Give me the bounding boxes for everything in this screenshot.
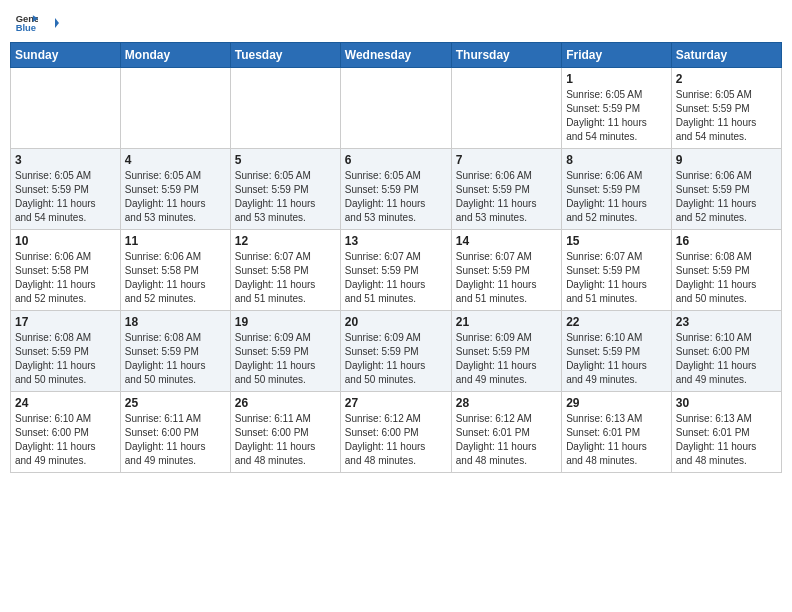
day-info: Sunrise: 6:10 AM Sunset: 6:00 PM Dayligh… <box>676 331 777 387</box>
calendar-cell: 3Sunrise: 6:05 AM Sunset: 5:59 PM Daylig… <box>11 149 121 230</box>
calendar-cell: 14Sunrise: 6:07 AM Sunset: 5:59 PM Dayli… <box>451 230 561 311</box>
day-number: 12 <box>235 234 336 248</box>
calendar-cell: 23Sunrise: 6:10 AM Sunset: 6:00 PM Dayli… <box>671 311 781 392</box>
calendar-cell: 27Sunrise: 6:12 AM Sunset: 6:00 PM Dayli… <box>340 392 451 473</box>
day-number: 29 <box>566 396 667 410</box>
calendar-cell: 10Sunrise: 6:06 AM Sunset: 5:58 PM Dayli… <box>11 230 121 311</box>
calendar-cell: 22Sunrise: 6:10 AM Sunset: 5:59 PM Dayli… <box>562 311 672 392</box>
day-number: 2 <box>676 72 777 86</box>
day-number: 17 <box>15 315 116 329</box>
day-info: Sunrise: 6:10 AM Sunset: 6:00 PM Dayligh… <box>15 412 116 468</box>
day-info: Sunrise: 6:07 AM Sunset: 5:59 PM Dayligh… <box>566 250 667 306</box>
calendar-cell: 9Sunrise: 6:06 AM Sunset: 5:59 PM Daylig… <box>671 149 781 230</box>
logo-general-text <box>40 15 59 31</box>
day-info: Sunrise: 6:10 AM Sunset: 5:59 PM Dayligh… <box>566 331 667 387</box>
calendar-cell: 29Sunrise: 6:13 AM Sunset: 6:01 PM Dayli… <box>562 392 672 473</box>
calendar-day-header: Saturday <box>671 43 781 68</box>
calendar-cell: 7Sunrise: 6:06 AM Sunset: 5:59 PM Daylig… <box>451 149 561 230</box>
day-info: Sunrise: 6:06 AM Sunset: 5:58 PM Dayligh… <box>125 250 226 306</box>
calendar-week-row: 24Sunrise: 6:10 AM Sunset: 6:00 PM Dayli… <box>11 392 782 473</box>
day-info: Sunrise: 6:06 AM Sunset: 5:59 PM Dayligh… <box>676 169 777 225</box>
day-info: Sunrise: 6:11 AM Sunset: 6:00 PM Dayligh… <box>125 412 226 468</box>
calendar-cell: 25Sunrise: 6:11 AM Sunset: 6:00 PM Dayli… <box>120 392 230 473</box>
calendar-cell: 11Sunrise: 6:06 AM Sunset: 5:58 PM Dayli… <box>120 230 230 311</box>
calendar-table: SundayMondayTuesdayWednesdayThursdayFrid… <box>10 42 782 473</box>
calendar-cell: 30Sunrise: 6:13 AM Sunset: 6:01 PM Dayli… <box>671 392 781 473</box>
day-number: 27 <box>345 396 447 410</box>
calendar-week-row: 1Sunrise: 6:05 AM Sunset: 5:59 PM Daylig… <box>11 68 782 149</box>
day-info: Sunrise: 6:13 AM Sunset: 6:01 PM Dayligh… <box>566 412 667 468</box>
day-info: Sunrise: 6:06 AM Sunset: 5:59 PM Dayligh… <box>456 169 557 225</box>
calendar-cell: 1Sunrise: 6:05 AM Sunset: 5:59 PM Daylig… <box>562 68 672 149</box>
calendar-cell: 26Sunrise: 6:11 AM Sunset: 6:00 PM Dayli… <box>230 392 340 473</box>
svg-marker-3 <box>55 18 59 28</box>
day-number: 30 <box>676 396 777 410</box>
day-number: 24 <box>15 396 116 410</box>
calendar-day-header: Wednesday <box>340 43 451 68</box>
day-number: 25 <box>125 396 226 410</box>
logo-icon: General Blue <box>14 10 38 34</box>
day-info: Sunrise: 6:09 AM Sunset: 5:59 PM Dayligh… <box>235 331 336 387</box>
calendar-day-header: Sunday <box>11 43 121 68</box>
day-number: 6 <box>345 153 447 167</box>
day-info: Sunrise: 6:05 AM Sunset: 5:59 PM Dayligh… <box>125 169 226 225</box>
calendar-week-row: 10Sunrise: 6:06 AM Sunset: 5:58 PM Dayli… <box>11 230 782 311</box>
day-number: 16 <box>676 234 777 248</box>
day-number: 10 <box>15 234 116 248</box>
calendar-cell: 5Sunrise: 6:05 AM Sunset: 5:59 PM Daylig… <box>230 149 340 230</box>
calendar-cell: 18Sunrise: 6:08 AM Sunset: 5:59 PM Dayli… <box>120 311 230 392</box>
day-info: Sunrise: 6:12 AM Sunset: 6:00 PM Dayligh… <box>345 412 447 468</box>
day-info: Sunrise: 6:13 AM Sunset: 6:01 PM Dayligh… <box>676 412 777 468</box>
day-number: 7 <box>456 153 557 167</box>
day-number: 26 <box>235 396 336 410</box>
day-number: 8 <box>566 153 667 167</box>
day-number: 1 <box>566 72 667 86</box>
page-header: General Blue <box>10 10 782 34</box>
calendar-cell: 24Sunrise: 6:10 AM Sunset: 6:00 PM Dayli… <box>11 392 121 473</box>
calendar-day-header: Thursday <box>451 43 561 68</box>
calendar-cell: 28Sunrise: 6:12 AM Sunset: 6:01 PM Dayli… <box>451 392 561 473</box>
day-info: Sunrise: 6:11 AM Sunset: 6:00 PM Dayligh… <box>235 412 336 468</box>
day-number: 22 <box>566 315 667 329</box>
calendar-cell <box>230 68 340 149</box>
day-info: Sunrise: 6:06 AM Sunset: 5:59 PM Dayligh… <box>566 169 667 225</box>
calendar-cell: 8Sunrise: 6:06 AM Sunset: 5:59 PM Daylig… <box>562 149 672 230</box>
calendar-cell: 17Sunrise: 6:08 AM Sunset: 5:59 PM Dayli… <box>11 311 121 392</box>
calendar-cell: 21Sunrise: 6:09 AM Sunset: 5:59 PM Dayli… <box>451 311 561 392</box>
day-info: Sunrise: 6:07 AM Sunset: 5:58 PM Dayligh… <box>235 250 336 306</box>
calendar-cell: 6Sunrise: 6:05 AM Sunset: 5:59 PM Daylig… <box>340 149 451 230</box>
day-number: 3 <box>15 153 116 167</box>
day-info: Sunrise: 6:07 AM Sunset: 5:59 PM Dayligh… <box>345 250 447 306</box>
day-info: Sunrise: 6:08 AM Sunset: 5:59 PM Dayligh… <box>15 331 116 387</box>
day-number: 14 <box>456 234 557 248</box>
day-number: 13 <box>345 234 447 248</box>
day-number: 18 <box>125 315 226 329</box>
day-info: Sunrise: 6:05 AM Sunset: 5:59 PM Dayligh… <box>15 169 116 225</box>
day-number: 11 <box>125 234 226 248</box>
day-number: 20 <box>345 315 447 329</box>
calendar-cell: 4Sunrise: 6:05 AM Sunset: 5:59 PM Daylig… <box>120 149 230 230</box>
day-info: Sunrise: 6:05 AM Sunset: 5:59 PM Dayligh… <box>345 169 447 225</box>
day-info: Sunrise: 6:09 AM Sunset: 5:59 PM Dayligh… <box>345 331 447 387</box>
day-info: Sunrise: 6:05 AM Sunset: 5:59 PM Dayligh… <box>235 169 336 225</box>
day-info: Sunrise: 6:08 AM Sunset: 5:59 PM Dayligh… <box>676 250 777 306</box>
day-number: 23 <box>676 315 777 329</box>
calendar-cell: 19Sunrise: 6:09 AM Sunset: 5:59 PM Dayli… <box>230 311 340 392</box>
calendar-cell <box>120 68 230 149</box>
day-info: Sunrise: 6:09 AM Sunset: 5:59 PM Dayligh… <box>456 331 557 387</box>
calendar-day-header: Tuesday <box>230 43 340 68</box>
day-number: 19 <box>235 315 336 329</box>
calendar-week-row: 3Sunrise: 6:05 AM Sunset: 5:59 PM Daylig… <box>11 149 782 230</box>
calendar-day-header: Friday <box>562 43 672 68</box>
calendar-day-header: Monday <box>120 43 230 68</box>
day-info: Sunrise: 6:07 AM Sunset: 5:59 PM Dayligh… <box>456 250 557 306</box>
calendar-cell <box>340 68 451 149</box>
calendar-cell: 15Sunrise: 6:07 AM Sunset: 5:59 PM Dayli… <box>562 230 672 311</box>
day-number: 21 <box>456 315 557 329</box>
day-number: 9 <box>676 153 777 167</box>
calendar-cell: 12Sunrise: 6:07 AM Sunset: 5:58 PM Dayli… <box>230 230 340 311</box>
calendar-header-row: SundayMondayTuesdayWednesdayThursdayFrid… <box>11 43 782 68</box>
calendar-cell <box>11 68 121 149</box>
calendar-cell: 13Sunrise: 6:07 AM Sunset: 5:59 PM Dayli… <box>340 230 451 311</box>
day-info: Sunrise: 6:06 AM Sunset: 5:58 PM Dayligh… <box>15 250 116 306</box>
